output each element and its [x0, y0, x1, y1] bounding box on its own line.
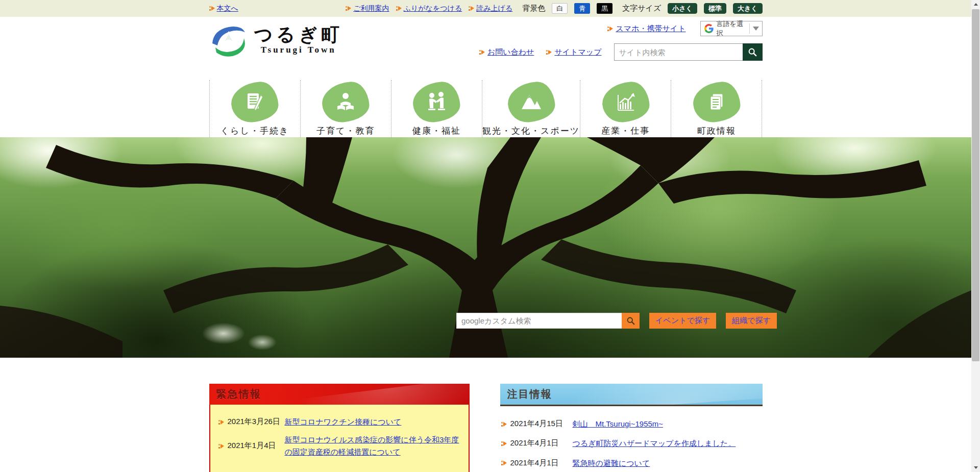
mountain-icon: [520, 91, 543, 113]
sitemap-link[interactable]: サイトマップ: [546, 47, 601, 57]
arrow-icon: [546, 49, 552, 55]
usage-guide-label: ご利用案内: [353, 4, 389, 13]
featured-title: 注目情報: [507, 387, 552, 401]
document-pen-icon: [243, 91, 266, 113]
google-custom-search-input[interactable]: [456, 313, 622, 329]
scroll-up-button[interactable]: [971, 0, 980, 9]
contact-label: お問い合わせ: [487, 47, 534, 57]
hero-photo: イベントで探す 組織で探す: [0, 137, 971, 358]
news-link[interactable]: 新型コロナウイルス感染症の影響に伴う令和3年度の固定資産税の軽減措置について: [285, 434, 460, 458]
leaf-badge: [506, 81, 556, 123]
arrow-icon: [346, 6, 351, 11]
person-reading-icon: [334, 91, 357, 113]
search-by-organization-button[interactable]: 組織で探す: [726, 313, 777, 329]
nav-label: 健康・福祉: [412, 125, 461, 137]
news-date: 2021年3月26日: [228, 417, 285, 427]
chart-growth-icon: [615, 91, 637, 113]
site-logo[interactable]: つるぎ町 Tsurugi Town: [209, 24, 344, 57]
scrollbar-thumb[interactable]: [972, 9, 979, 361]
vertical-scrollbar[interactable]: [971, 0, 980, 472]
nav-label: 町政情報: [697, 125, 736, 137]
site-title: つるぎ町: [254, 26, 344, 45]
leaf-badge: [321, 81, 371, 123]
google-logo-icon: [704, 24, 714, 33]
site-search: [614, 43, 763, 61]
news-date: 2021年4月15日: [510, 419, 573, 429]
language-select-label: 言語を選択: [717, 19, 749, 38]
arrow-icon: [218, 443, 224, 449]
list-item: 2021年4月1日 つるぎ町防災ハザードマップを作成しました。: [501, 437, 762, 449]
font-size-label: 文字サイズ: [622, 4, 661, 13]
leaf-badge: [692, 81, 741, 123]
search-icon: [748, 47, 757, 57]
skip-to-content-link[interactable]: 本文へ: [209, 4, 238, 13]
contact-link[interactable]: お問い合わせ: [479, 47, 534, 57]
furigana-label: ふりがなをつける: [404, 4, 462, 13]
nav-item-tourism-culture-sports[interactable]: 観光・文化・スポーツ: [482, 80, 580, 137]
leaf-badge: [230, 81, 279, 123]
nav-label: 子育て・教育: [316, 125, 375, 137]
news-date: 2021年4月1日: [510, 458, 573, 468]
font-smaller-button[interactable]: 小さく: [668, 3, 697, 14]
news-link[interactable]: 緊急時の避難について: [573, 457, 650, 469]
read-aloud-link[interactable]: 読み上げる: [469, 4, 512, 13]
background-color-label: 背景色: [522, 4, 545, 13]
scroll-down-button[interactable]: [971, 463, 980, 472]
arrow-icon: [501, 460, 507, 466]
featured-list: 2021年4月15日 剣山 Mt.Tsurugi~1955m~ 2021年4月1…: [500, 406, 763, 472]
news-link[interactable]: 新型コロナワクチン接種について: [285, 416, 402, 428]
furigana-link[interactable]: ふりがなをつける: [396, 4, 462, 13]
arrow-icon: [209, 6, 215, 11]
usage-guide-link[interactable]: ご利用案内: [346, 4, 389, 13]
nav-item-industry-work[interactable]: 産業・仕事: [580, 80, 671, 137]
site-search-button[interactable]: [743, 43, 763, 61]
site-search-input[interactable]: [614, 43, 743, 61]
nav-item-town-government-info[interactable]: 町政情報: [671, 80, 762, 137]
nav-item-health-welfare[interactable]: 健康・福祉: [391, 80, 482, 137]
emergency-title: 緊急情報: [216, 387, 261, 401]
custom-search: [456, 313, 640, 329]
emergency-panel: 緊急情報 2021年3月26日 新型コロナワクチン接種について 2021年1月4…: [209, 384, 470, 472]
chevron-down-icon: [750, 27, 762, 31]
language-select[interactable]: 言語を選択: [700, 21, 763, 36]
arrow-icon: [469, 6, 474, 11]
font-standard-button[interactable]: 標準: [704, 3, 726, 14]
main-navigation: くらし・手続き 子育て・教育: [0, 78, 971, 137]
site-subtitle: Tsurugi Town: [254, 45, 344, 55]
mobile-site-link[interactable]: スマホ・携帯サイト: [607, 24, 685, 34]
nav-item-childcare-education[interactable]: 子育て・教育: [300, 80, 391, 137]
nav-label: 観光・文化・スポーツ: [482, 125, 580, 137]
mobile-site-label: スマホ・携帯サイト: [616, 24, 685, 34]
nav-item-living-procedures[interactable]: くらし・手続き: [209, 80, 300, 137]
nav-label: くらし・手続き: [220, 125, 289, 137]
emergency-list: 2021年3月26日 新型コロナワクチン接種について 2021年1月4日 新型コ…: [209, 405, 470, 472]
arrow-icon: [396, 6, 402, 11]
font-larger-button[interactable]: 大きく: [733, 3, 763, 14]
site-header: つるぎ町 Tsurugi Town スマホ・携帯サイト: [0, 17, 971, 78]
leaf-badge: [412, 81, 461, 123]
news-date: 2021年4月1日: [510, 438, 573, 448]
leaf-badge: [601, 81, 650, 123]
sitemap-label: サイトマップ: [554, 47, 601, 57]
bg-black-button[interactable]: 黒: [597, 3, 612, 14]
town-emblem-icon: [209, 24, 249, 57]
search-icon: [626, 316, 635, 325]
bg-blue-button[interactable]: 青: [574, 3, 590, 14]
search-by-event-button[interactable]: イベントで探す: [649, 313, 716, 329]
list-item: 2021年4月15日 剣山 Mt.Tsurugi~1955m~: [501, 418, 762, 430]
list-item: 2021年1月4日 新型コロナウイルス感染症の影響に伴う令和3年度の固定資産税の…: [218, 434, 460, 458]
news-link[interactable]: 剣山 Mt.Tsurugi~1955m~: [573, 418, 664, 430]
arrow-icon: [607, 26, 613, 32]
emergency-panel-header: 緊急情報: [209, 384, 470, 405]
bg-white-button[interactable]: 白: [552, 3, 568, 14]
read-aloud-label: 読み上げる: [476, 4, 512, 13]
arrow-icon: [218, 419, 224, 425]
list-item: 2021年4月1日 緊急時の避難について: [501, 457, 762, 469]
custom-search-button[interactable]: [622, 313, 640, 329]
utility-bar: 本文へ ご利用案内 ふりがなをつける 読み上げる 背景色 白 青 黒 文字サイズ…: [0, 0, 971, 17]
arrow-icon: [479, 49, 485, 55]
nav-label: 産業・仕事: [601, 125, 650, 137]
featured-panel-header: 注目情報: [500, 384, 763, 406]
featured-panel: 注目情報 2021年4月15日 剣山 Mt.Tsurugi~1955m~ 202…: [500, 384, 763, 472]
news-link[interactable]: つるぎ町防災ハザードマップを作成しました。: [573, 437, 736, 449]
